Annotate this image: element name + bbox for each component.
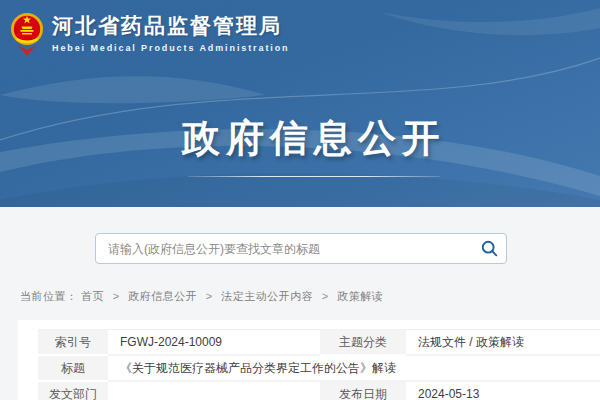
header-banner: 河北省药品监督管理局 Hebei Medical Products Admini… (0, 0, 600, 207)
publish-date-value: 2024-05-13 (406, 382, 600, 400)
index-number-label: 索引号 (38, 330, 108, 356)
search-box (95, 233, 507, 264)
issuing-department-label: 发文部门 (38, 382, 108, 400)
mid-section: 当前位置： 首页 > 政府信息公开 > 法定主动公开内容 > 政策解读 (0, 207, 600, 322)
doc-info-table: 索引号 FGWJ-2024-10009 主题分类 法规文件 / 政策解读 标题 … (38, 329, 600, 400)
doc-title-label: 标题 (38, 356, 108, 382)
banner-underline (188, 176, 440, 177)
publish-date-label: 发布日期 (320, 382, 406, 400)
breadcrumb: 当前位置： 首页 > 政府信息公开 > 法定主动公开内容 > 政策解读 (20, 289, 383, 304)
breadcrumb-prefix: 当前位置： (20, 290, 78, 302)
content-panel: 索引号 FGWJ-2024-10009 主题分类 法规文件 / 政策解读 标题 … (18, 320, 600, 400)
banner-title-wrap: 政府信息公开 (14, 113, 600, 177)
org-name-zh: 河北省药品监督管理局 (52, 13, 290, 39)
search-icon (481, 240, 498, 257)
topic-category-label: 主题分类 (320, 330, 406, 356)
breadcrumb-link-policy-interpretation[interactable]: 政策解读 (337, 290, 383, 302)
issuing-department-value (108, 382, 320, 400)
page: 河北省药品监督管理局 Hebei Medical Products Admini… (0, 0, 600, 400)
table-row-department: 发文部门 发布日期 2024-05-13 (38, 382, 600, 400)
banner-title: 政府信息公开 (14, 113, 600, 164)
org-name-en: Hebei Medical Products Administration (52, 43, 290, 53)
index-number-value: FGWJ-2024-10009 (108, 330, 320, 356)
breadcrumb-separator: > (322, 290, 329, 302)
breadcrumb-separator: > (206, 290, 213, 302)
breadcrumb-link-home[interactable]: 首页 (81, 290, 104, 302)
breadcrumb-link-statutory-disclosure[interactable]: 法定主动公开内容 (221, 290, 313, 302)
doc-title-value: 《关于规范医疗器械产品分类界定工作的公告》解读 (108, 356, 600, 382)
search-input[interactable] (96, 234, 472, 263)
site-logo-link[interactable]: 河北省药品监督管理局 Hebei Medical Products Admini… (10, 7, 290, 59)
breadcrumb-separator: > (113, 290, 120, 302)
org-names: 河北省药品监督管理局 Hebei Medical Products Admini… (52, 13, 290, 53)
table-row-index: 索引号 FGWJ-2024-10009 主题分类 法规文件 / 政策解读 (38, 330, 600, 356)
topic-category-value: 法规文件 / 政策解读 (406, 330, 600, 356)
national-emblem-icon (10, 7, 44, 59)
breadcrumb-link-gov-info[interactable]: 政府信息公开 (128, 290, 197, 302)
table-row-title: 标题 《关于规范医疗器械产品分类界定工作的公告》解读 (38, 356, 600, 382)
search-button[interactable] (472, 234, 506, 263)
